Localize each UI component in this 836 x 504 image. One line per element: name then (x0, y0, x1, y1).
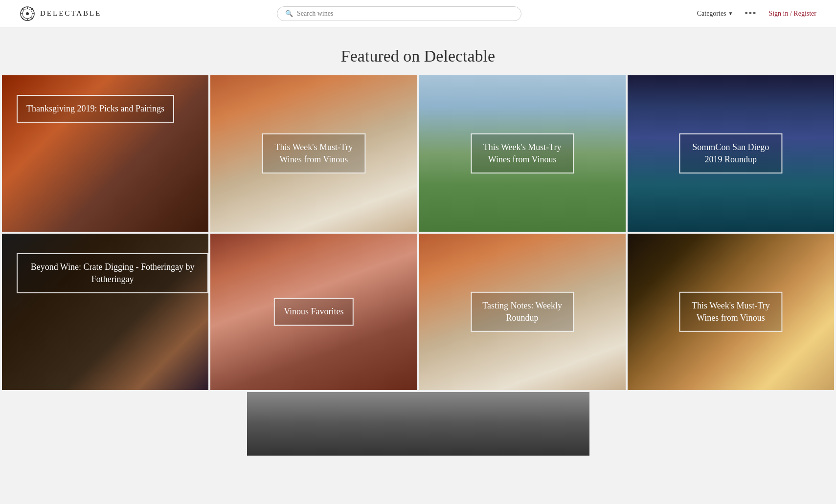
card-label-cityscape: SommCon San Diego 2019 Roundup (679, 133, 782, 174)
grid-item-vineyard[interactable]: This Week's Must-Try Wines from Vinous (419, 75, 626, 232)
featured-grid: Thanksgiving 2019: Picks and PairingsThi… (2, 75, 834, 390)
card-label-vineyard: This Week's Must-Try Wines from Vinous (471, 133, 574, 174)
search-area: 🔍 (101, 6, 697, 21)
more-button[interactable]: ••• (745, 8, 757, 19)
grid-item-wineglasses[interactable]: Vinous Favorites (210, 234, 417, 390)
delectable-logo-icon (20, 6, 35, 22)
header: DELECTABLE 🔍 Categories ▼ ••• Sign in / … (0, 0, 836, 27)
card-label-notebook1: This Week's Must-Try Wines from Vinous (262, 133, 365, 174)
card-label-notebook2: Tasting Notes: Weekly Roundup (471, 292, 574, 332)
card-label-thanksgiving: Thanksgiving 2019: Picks and Pairings (17, 95, 174, 123)
card-label-album: Beyond Wine: Crate Digging - Fotheringay… (17, 253, 208, 293)
categories-label: Categories (697, 10, 726, 18)
featured-title: Featured on Delectable (0, 47, 836, 66)
search-input[interactable] (297, 10, 513, 18)
grid-item-barrels[interactable]: This Week's Must-Try Wines from Vinous (628, 234, 834, 390)
grid-item-album[interactable]: Beyond Wine: Crate Digging - Fotheringay… (2, 234, 208, 390)
bottom-partial-bg (247, 392, 589, 456)
header-nav: Categories ▼ ••• Sign in / Register (697, 8, 816, 19)
main-content: Featured on Delectable Thanksgiving 2019… (0, 27, 836, 456)
grid-item-notebook2[interactable]: Tasting Notes: Weekly Roundup (419, 234, 626, 390)
svg-point-2 (26, 12, 29, 15)
logo-text: DELECTABLE (40, 9, 101, 18)
grid-item-notebook1[interactable]: This Week's Must-Try Wines from Vinous (210, 75, 417, 232)
categories-button[interactable]: Categories ▼ (697, 10, 733, 18)
grid-item-thanksgiving[interactable]: Thanksgiving 2019: Picks and Pairings (2, 75, 208, 232)
search-icon: 🔍 (285, 10, 293, 18)
logo-area: DELECTABLE (20, 6, 101, 22)
signin-button[interactable]: Sign in / Register (768, 10, 816, 18)
card-label-barrels: This Week's Must-Try Wines from Vinous (679, 292, 782, 332)
grid-item-cityscape[interactable]: SommCon San Diego 2019 Roundup (628, 75, 834, 232)
chevron-down-icon: ▼ (728, 11, 733, 16)
search-bar[interactable]: 🔍 (277, 6, 521, 21)
card-label-wineglasses: Vinous Favorites (274, 298, 353, 326)
bottom-partial-image (2, 392, 834, 456)
